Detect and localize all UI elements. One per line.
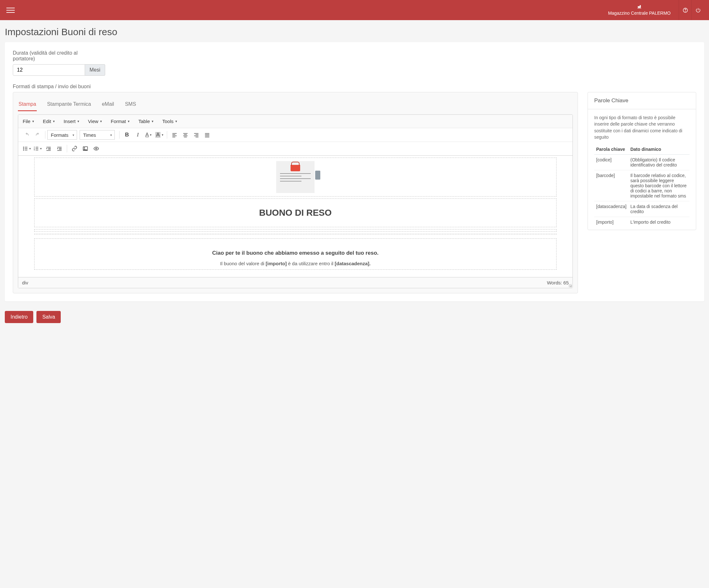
svg-rect-4: [172, 135, 177, 136]
svg-rect-30: [46, 147, 51, 148]
svg-point-1: [685, 11, 685, 11]
rich-text-editor: File▼ Edit▼ Insert▼ View▼ Format▼ Table▼…: [18, 114, 573, 288]
svg-point-18: [23, 147, 24, 148]
svg-rect-19: [25, 147, 27, 148]
voucher-heading: BUONO DI RESO: [37, 201, 554, 224]
svg-rect-9: [184, 137, 187, 137]
menu-format[interactable]: Format▼: [109, 117, 131, 126]
voucher-message-1: Ciao per te il buono che abbiamo emesso …: [34, 239, 556, 261]
bg-color-button[interactable]: A▼: [154, 130, 165, 140]
table-row: [codice] (Obbligatorio) Il codice identi…: [594, 155, 689, 170]
keywords-col-keyword: Parola chiave: [594, 144, 628, 155]
align-center-button[interactable]: [180, 130, 191, 140]
svg-rect-7: [184, 135, 187, 135]
svg-rect-14: [205, 133, 209, 134]
svg-rect-17: [205, 137, 209, 137]
text-color-button[interactable]: A▼: [143, 130, 154, 140]
tab-stampante-termica[interactable]: Stampante Termica: [46, 98, 92, 111]
svg-rect-10: [194, 133, 199, 134]
menu-tools[interactable]: Tools▼: [161, 117, 179, 126]
keywords-title: Parole Chiave: [588, 92, 696, 109]
svg-rect-23: [25, 150, 27, 151]
resize-handle[interactable]: [569, 284, 572, 287]
svg-rect-2: [172, 133, 177, 134]
back-button[interactable]: Indietro: [5, 311, 33, 323]
svg-rect-15: [205, 135, 209, 135]
save-button[interactable]: Salva: [36, 311, 61, 323]
svg-rect-27: [36, 148, 38, 149]
warehouse-label: Magazzino Centrale PALERMO: [608, 10, 671, 16]
menu-insert[interactable]: Insert▼: [62, 117, 81, 126]
undo-button[interactable]: [21, 130, 32, 140]
align-right-button[interactable]: [191, 130, 202, 140]
help-button[interactable]: [679, 0, 691, 20]
tab-email[interactable]: eMail: [101, 98, 115, 111]
italic-button[interactable]: I: [132, 130, 143, 140]
format-tabs: Stampa Stampante Termica eMail SMS: [18, 96, 573, 111]
power-button[interactable]: [691, 0, 704, 20]
svg-point-40: [96, 148, 97, 150]
svg-rect-21: [25, 148, 27, 149]
link-button[interactable]: [69, 144, 80, 153]
svg-rect-35: [59, 148, 62, 149]
svg-point-20: [23, 148, 24, 149]
formats-select[interactable]: Formats: [47, 130, 77, 140]
align-justify-button[interactable]: [202, 130, 213, 140]
svg-text:3: 3: [34, 149, 35, 151]
page-title: Impostazioni Buoni di reso: [0, 20, 709, 42]
menu-file[interactable]: File▼: [21, 117, 36, 126]
editor-path[interactable]: div: [22, 280, 28, 285]
bold-button[interactable]: B: [122, 130, 132, 140]
image-button[interactable]: [80, 144, 91, 153]
voucher-message-2: Il buono del valore di [importo] è da ut…: [34, 261, 556, 269]
svg-rect-34: [57, 147, 62, 148]
svg-point-22: [23, 150, 24, 151]
svg-rect-33: [46, 150, 51, 151]
receipt-illustration: [276, 161, 315, 193]
svg-rect-5: [172, 137, 175, 137]
factory-icon: [608, 4, 671, 10]
indent-button[interactable]: [54, 144, 65, 153]
svg-rect-11: [195, 135, 199, 135]
numbered-list-button[interactable]: 123▼: [32, 144, 43, 153]
keywords-description: In ogni tipo di formato di testo è possi…: [594, 114, 689, 140]
menu-table[interactable]: Table▼: [137, 117, 155, 126]
editor-word-count: Words: 65: [547, 280, 569, 285]
svg-point-39: [84, 148, 85, 148]
svg-rect-16: [205, 135, 209, 136]
svg-rect-8: [183, 135, 188, 136]
preview-button[interactable]: [91, 144, 102, 153]
align-left-button[interactable]: [169, 130, 180, 140]
duration-input[interactable]: [13, 64, 85, 76]
duration-label: Durata (validità del credito al portator…: [13, 50, 83, 62]
outdent-button[interactable]: [43, 144, 54, 153]
app-header: Magazzino Centrale PALERMO: [0, 0, 709, 20]
table-row: [datascadenza] La data di scadenza del c…: [594, 201, 689, 217]
svg-rect-37: [57, 150, 62, 151]
duration-unit: Mesi: [85, 64, 105, 76]
tab-sms[interactable]: SMS: [124, 98, 137, 111]
editor-content-area[interactable]: BUONO DI RESO Ciao per te il buono che a…: [18, 156, 573, 277]
table-row: [barcode] Il barcode relativo al codice,…: [594, 170, 689, 201]
redo-button[interactable]: [32, 130, 43, 140]
svg-rect-32: [48, 149, 51, 150]
tab-stampa[interactable]: Stampa: [18, 98, 37, 111]
keywords-table: Parola chiave Dato dinamico [codice] (Ob…: [594, 144, 689, 227]
svg-rect-3: [172, 135, 175, 135]
bullet-list-button[interactable]: ▼: [21, 144, 32, 153]
svg-rect-36: [59, 149, 62, 150]
svg-rect-25: [36, 147, 38, 148]
keywords-col-data: Dato dinamico: [628, 144, 689, 155]
svg-rect-6: [183, 133, 188, 134]
menu-view[interactable]: View▼: [87, 117, 104, 126]
menu-toggle[interactable]: [5, 6, 16, 15]
formats-panel: Stampa Stampante Termica eMail SMS File▼…: [13, 92, 578, 293]
warehouse-info: Magazzino Centrale PALERMO: [608, 4, 671, 16]
svg-rect-29: [36, 150, 38, 151]
font-family-select[interactable]: Times: [80, 130, 115, 140]
menu-edit[interactable]: Edit▼: [42, 117, 57, 126]
svg-rect-13: [195, 137, 199, 137]
keywords-card: Parole Chiave In ogni tipo di formato di…: [587, 92, 696, 230]
svg-rect-31: [48, 148, 51, 149]
svg-rect-12: [194, 135, 199, 136]
